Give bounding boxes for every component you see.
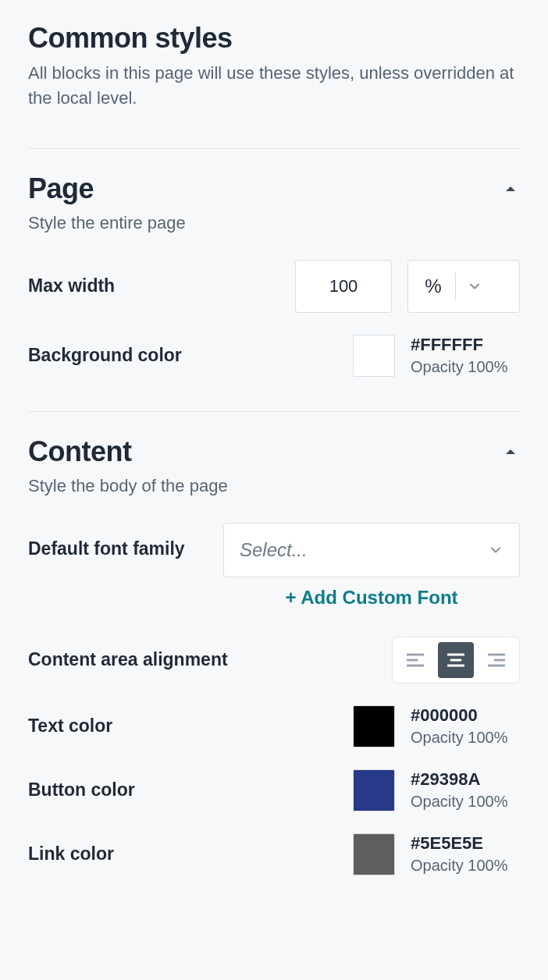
page-title: Common styles — [28, 22, 520, 55]
font-family-row: Default font family Select... + Add Cust… — [28, 523, 520, 609]
background-color-label: Background color — [28, 345, 182, 366]
link-color-opacity: Opacity 100% — [411, 857, 520, 875]
chevron-down-icon — [488, 542, 504, 558]
align-right-button[interactable] — [479, 642, 514, 678]
background-color-opacity: Opacity 100% — [411, 358, 520, 376]
add-custom-font-button[interactable]: + Add Custom Font — [285, 587, 457, 608]
link-color-row: Link color #5E5E5E Opacity 100% — [28, 833, 520, 875]
content-section: Content Style the body of the page Defau… — [28, 412, 520, 875]
background-color-row: Background color #FFFFFF Opacity 100% — [28, 335, 520, 377]
page-section-desc: Style the entire page — [28, 213, 520, 233]
content-section-toggle[interactable]: Content — [28, 435, 520, 468]
align-center-button[interactable] — [438, 642, 474, 678]
button-color-label: Button color — [28, 779, 135, 801]
link-color-label: Link color — [28, 843, 114, 865]
font-family-placeholder: Select... — [240, 539, 308, 561]
max-width-label: Max width — [28, 275, 115, 296]
align-center-icon — [447, 653, 464, 667]
page-section: Page Style the entire page Max width % B… — [28, 149, 520, 377]
align-left-icon — [407, 653, 424, 667]
button-color-swatch[interactable] — [353, 769, 395, 811]
alignment-segmented-control — [392, 637, 520, 684]
chevron-up-icon — [501, 442, 520, 461]
max-width-unit-select[interactable]: % — [407, 260, 520, 313]
text-color-row: Text color #000000 Opacity 100% — [28, 705, 520, 747]
alignment-label: Content area alignment — [28, 649, 228, 670]
max-width-row: Max width % — [28, 260, 520, 313]
font-family-select[interactable]: Select... — [223, 523, 520, 577]
button-color-row: Button color #29398A Opacity 100% — [28, 769, 520, 811]
unit-value: % — [422, 275, 444, 297]
page-section-title: Page — [28, 172, 94, 205]
page-section-toggle[interactable]: Page — [28, 172, 520, 205]
max-width-input[interactable] — [295, 260, 392, 313]
align-left-button[interactable] — [397, 642, 433, 678]
alignment-row: Content area alignment — [28, 637, 520, 684]
text-color-opacity: Opacity 100% — [411, 729, 520, 747]
text-color-hex: #000000 — [411, 705, 520, 726]
content-section-title: Content — [28, 435, 131, 468]
link-color-hex: #5E5E5E — [411, 833, 520, 854]
text-color-swatch[interactable] — [353, 705, 395, 747]
button-color-opacity: Opacity 100% — [411, 793, 520, 811]
background-color-swatch[interactable] — [353, 335, 395, 377]
button-color-hex: #29398A — [411, 769, 520, 790]
link-color-swatch[interactable] — [353, 833, 395, 875]
unit-divider — [455, 272, 456, 300]
content-section-desc: Style the body of the page — [28, 476, 520, 496]
chevron-up-icon — [501, 179, 520, 198]
text-color-label: Text color — [28, 715, 112, 737]
align-right-icon — [488, 653, 505, 667]
page-subtitle: All blocks in this page will use these s… — [28, 61, 520, 111]
font-family-label: Default font family — [28, 523, 185, 559]
background-color-hex: #FFFFFF — [411, 335, 520, 355]
chevron-down-icon — [467, 279, 482, 294]
